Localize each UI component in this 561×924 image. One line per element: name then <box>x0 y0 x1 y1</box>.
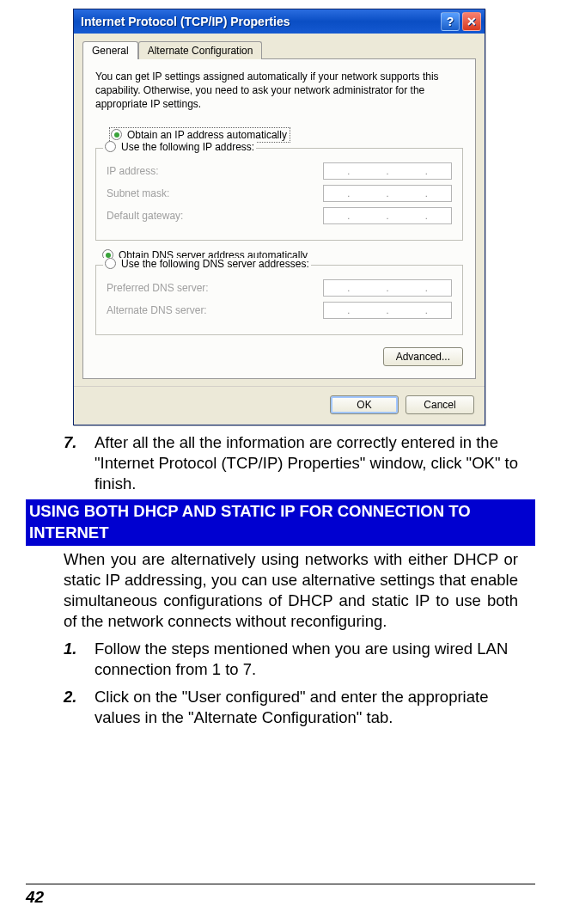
step-7: 7.After all the all the information are … <box>26 432 535 494</box>
tab-strip: General Alternate Configuration <box>82 40 476 59</box>
static-ip-group: Use the following IP address: IP address… <box>95 148 463 241</box>
radio-icon <box>105 258 116 269</box>
titlebar: Internet Protocol (TCP/IP) Properties ? … <box>74 9 485 34</box>
alternate-dns-label: Alternate DNS server: <box>107 304 323 316</box>
step-number: 7. <box>64 432 95 453</box>
advanced-button[interactable]: Advanced... <box>383 347 463 366</box>
dialog-footer: OK Cancel <box>74 386 485 425</box>
radio-icon <box>105 141 116 152</box>
window-title: Internet Protocol (TCP/IP) Properties <box>81 15 290 28</box>
preferred-dns-field[interactable]: ... <box>323 279 452 297</box>
ip-address-field[interactable]: ... <box>323 162 452 180</box>
gateway-label: Default gateway: <box>107 210 323 222</box>
section-heading: USING BOTH DHCP AND STATIC IP FOR CONNEC… <box>26 499 535 546</box>
radio-label: Obtain an IP address automatically <box>127 129 287 141</box>
static-dns-group: Use the following DNS server addresses: … <box>95 265 463 335</box>
radio-use-ip[interactable]: Use the following IP address: <box>121 141 254 153</box>
radio-use-dns[interactable]: Use the following DNS server addresses: <box>121 258 309 270</box>
preferred-dns-label: Preferred DNS server: <box>107 282 323 294</box>
step-text: Follow the steps mentioned when you are … <box>95 639 508 678</box>
tab-general[interactable]: General <box>82 41 138 59</box>
tab-alternate[interactable]: Alternate Configuration <box>138 41 263 59</box>
close-button[interactable]: ✕ <box>462 12 481 31</box>
step-text: After all the all the information are co… <box>95 433 518 493</box>
step-number: 2. <box>64 687 95 707</box>
subnet-field[interactable]: ... <box>323 185 452 202</box>
section-paragraph: When you are alternatively using network… <box>26 549 535 632</box>
description-text: You can get IP settings assigned automat… <box>95 70 463 112</box>
ip-address-label: IP address: <box>107 165 323 177</box>
help-button[interactable]: ? <box>441 12 460 31</box>
tab-panel-general: You can get IP settings assigned automat… <box>82 59 476 379</box>
tcpip-properties-dialog: Internet Protocol (TCP/IP) Properties ? … <box>73 9 485 425</box>
step-2: 2.Click on the "User configured" and ent… <box>26 687 535 728</box>
cancel-button[interactable]: Cancel <box>406 395 474 414</box>
ok-button[interactable]: OK <box>330 395 399 414</box>
alternate-dns-field[interactable]: ... <box>323 302 452 319</box>
step-number: 1. <box>64 639 95 659</box>
page-footer: 42 <box>26 884 535 907</box>
radio-icon <box>111 129 122 140</box>
page-number: 42 <box>26 888 44 906</box>
step-text: Click on the "User configured" and enter… <box>95 688 488 726</box>
gateway-field[interactable]: ... <box>323 207 452 224</box>
step-1: 1.Follow the steps mentioned when you ar… <box>26 639 535 680</box>
subnet-label: Subnet mask: <box>107 187 323 199</box>
